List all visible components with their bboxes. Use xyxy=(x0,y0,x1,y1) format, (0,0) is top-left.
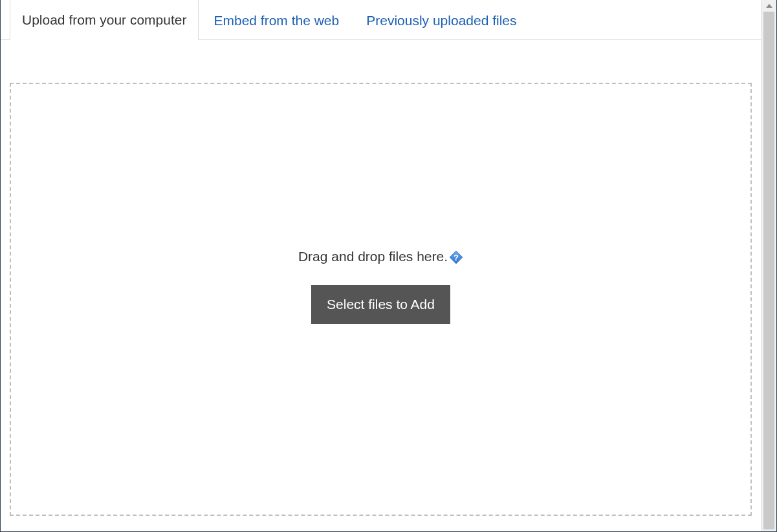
svg-marker-2 xyxy=(766,4,772,8)
vertical-scrollbar[interactable] xyxy=(761,0,776,531)
dropzone-instruction: Drag and drop files here. xyxy=(298,249,448,264)
tab-previously-uploaded[interactable]: Previously uploaded files xyxy=(354,0,529,40)
scroll-up-button[interactable] xyxy=(761,0,776,12)
tab-row: Upload from your computer Embed from the… xyxy=(1,0,761,40)
content-area: Upload from your computer Embed from the… xyxy=(1,0,761,531)
help-icon[interactable]: ? xyxy=(449,250,463,264)
tab-upload-computer[interactable]: Upload from your computer xyxy=(10,0,199,40)
file-dropzone[interactable]: Drag and drop files here. ? xyxy=(10,83,752,516)
svg-text:?: ? xyxy=(454,253,459,262)
drop-text-row: Drag and drop files here. ? xyxy=(298,249,463,264)
scroll-thumb[interactable] xyxy=(763,12,774,529)
dropzone-wrapper: Drag and drop files here. ? xyxy=(1,40,761,529)
upload-dialog: Upload from your computer Embed from the… xyxy=(0,0,777,532)
select-files-button[interactable]: Select files to Add xyxy=(311,285,450,323)
tab-embed-web[interactable]: Embed from the web xyxy=(201,0,351,40)
